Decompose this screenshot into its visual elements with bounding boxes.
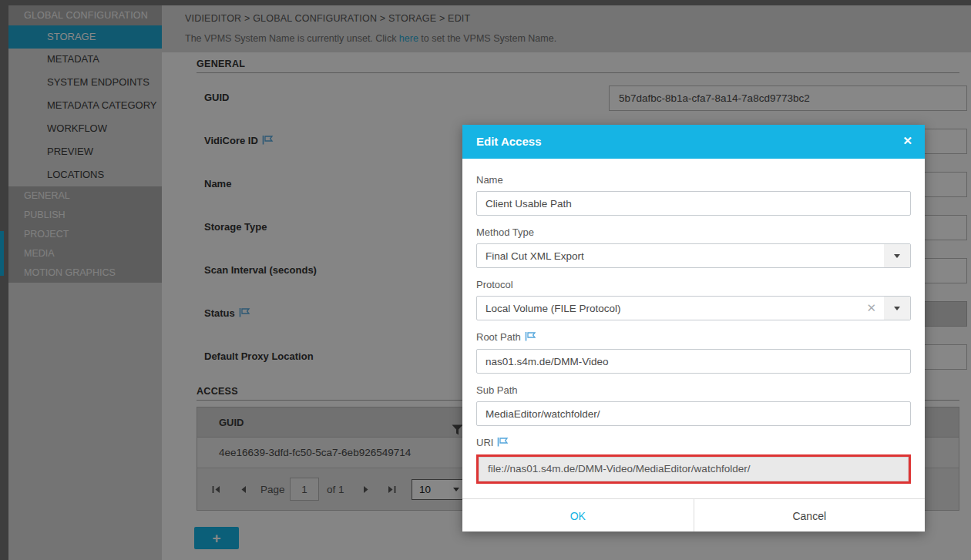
modal-protocol-label: Protocol	[476, 279, 911, 290]
modal-name-label: Name	[476, 174, 911, 186]
modal-uri-label: URI	[476, 437, 911, 449]
dialog-footer: OK Cancel	[462, 498, 925, 531]
uri-highlight-box: file://nas01.s4m.de/DMM-Video/MediaEdito…	[476, 454, 911, 484]
cancel-button[interactable]: Cancel	[694, 499, 926, 531]
close-icon[interactable]: ✕	[902, 134, 912, 148]
method-type-select[interactable]: Final Cut XML Export	[476, 243, 911, 268]
modal-name-input[interactable]	[476, 191, 911, 216]
chevron-down-icon	[894, 307, 900, 310]
flag-icon	[496, 437, 509, 449]
flag-icon	[524, 331, 536, 344]
root-path-input[interactable]	[476, 349, 911, 374]
method-type-value: Final Cut XML Export	[477, 250, 884, 262]
uri-label-text: URI	[476, 437, 493, 448]
dropdown-arrow-button[interactable]	[884, 244, 910, 267]
root-path-label-text: Root Path	[476, 331, 521, 343]
ok-button[interactable]: OK	[462, 499, 694, 531]
edit-access-dialog: Edit Access ✕ Name Method Type Final Cut…	[462, 125, 925, 531]
protocol-select[interactable]: Local Volume (FILE Protocol) ✕	[476, 296, 911, 320]
modal-method-type-label: Method Type	[476, 226, 911, 238]
app-window: GLOBAL CONFIGURATION STORAGE METADATA SY…	[0, 0, 971, 560]
chevron-down-icon	[894, 254, 900, 258]
modal-sub-path-label: Sub Path	[476, 384, 911, 396]
uri-readonly-field: file://nas01.s4m.de/DMM-Video/MediaEdito…	[479, 457, 909, 481]
protocol-value: Local Volume (FILE Protocol)	[477, 303, 866, 314]
clear-icon[interactable]: ✕	[866, 301, 876, 315]
modal-root-path-label: Root Path	[476, 331, 911, 344]
dialog-header: Edit Access ✕	[462, 125, 925, 159]
dialog-title: Edit Access	[476, 135, 542, 148]
sub-path-input[interactable]	[476, 401, 911, 426]
dialog-body: Name Method Type Final Cut XML Export Pr…	[462, 159, 925, 484]
dropdown-arrow-button[interactable]	[884, 297, 910, 320]
